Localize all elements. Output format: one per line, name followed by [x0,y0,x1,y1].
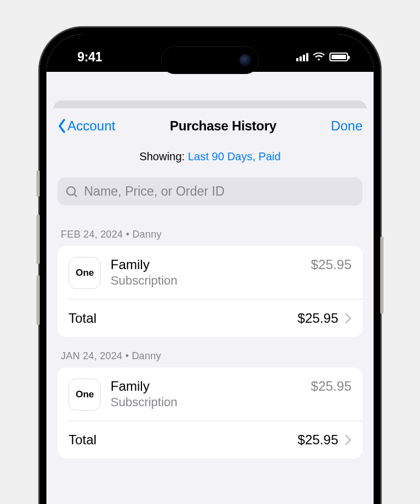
apple-one-icon: One [69,379,101,411]
status-time: 9:41 [67,50,102,65]
battery-icon [329,53,348,61]
status-icons [296,53,353,61]
apple-one-icon: One [69,257,101,289]
purchase-card: One Family Subscription $25.95 Total [57,368,363,459]
sheet: Account Purchase History Done Showing: L… [46,108,374,504]
purchase-group: FEB 24, 2024 • Danny One Family Subscrip… [46,216,374,337]
svg-line-1 [74,194,77,197]
back-label: Account [67,118,116,134]
front-camera-icon [239,54,251,66]
total-row[interactable]: Total $25.95 [57,300,363,337]
total-label: Total [69,311,291,326]
total-label: Total [69,432,291,448]
group-header: FEB 24, 2024 • Danny [57,229,363,246]
chevron-right-icon [345,434,351,445]
cellular-signal-icon [296,53,308,61]
search-input[interactable]: Name, Price, or Order ID [57,177,363,206]
item-subtitle: Subscription [111,273,301,289]
item-title: Family [111,379,301,395]
chevron-left-icon [57,118,66,134]
purchase-group: JAN 24, 2024 • Danny One Family Subscrip… [46,337,374,459]
status-bar-area: 9:41 [46,34,374,72]
item-price: $25.95 [311,379,351,394]
total-row[interactable]: Total $25.95 [57,421,363,459]
side-button [380,237,384,314]
volume-up-button [36,214,40,264]
total-value: $25.95 [298,432,338,448]
item-title: Family [111,257,301,273]
search-placeholder: Name, Price, or Order ID [84,184,224,199]
app-icon-label: One [76,267,94,279]
item-price: $25.95 [311,257,351,272]
purchase-card: One Family Subscription $25.95 Total [57,246,363,337]
svg-point-0 [67,187,75,195]
filter-value: Last 90 Days, Paid [188,150,281,162]
page-title: Purchase History [170,118,276,134]
volume-down-button [36,275,40,325]
group-header: JAN 24, 2024 • Danny [57,350,363,368]
wifi-icon [313,53,325,61]
iphone-frame: 9:41 [39,27,381,504]
purchase-item[interactable]: One Family Subscription $25.95 [57,368,363,421]
chevron-right-icon [345,313,351,324]
purchase-item[interactable]: One Family Subscription $25.95 [57,246,363,299]
app-icon-label: One [76,389,94,400]
filter-row[interactable]: Showing: Last 90 Days, Paid [46,140,374,177]
screen: 9:41 [46,34,374,504]
total-value: $25.95 [298,311,338,326]
search-icon [65,185,78,198]
done-button[interactable]: Done [331,118,363,134]
item-subtitle: Subscription [111,395,301,411]
filter-label: Showing: [139,150,188,162]
back-button[interactable]: Account [57,118,116,134]
nav-bar: Account Purchase History Done [46,108,374,140]
dynamic-island [161,46,259,74]
silent-switch [36,170,40,197]
